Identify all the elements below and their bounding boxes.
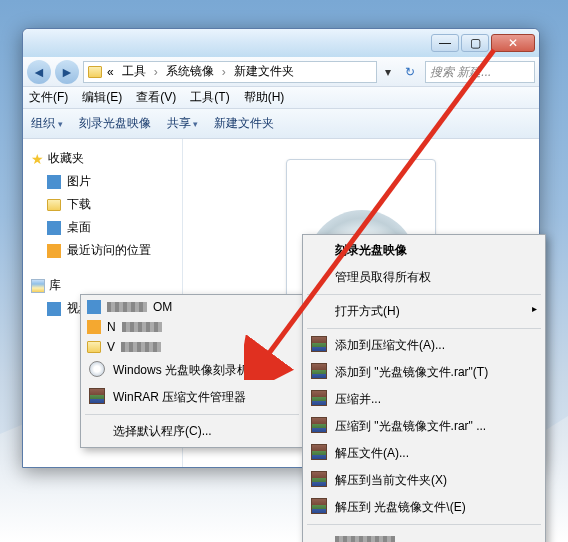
menu-file[interactable]: 文件(F) xyxy=(29,89,68,106)
context-add-rar[interactable]: 添加到 "光盘镜像文件.rar"(T) xyxy=(305,359,543,386)
burn-button[interactable]: 刻录光盘映像 xyxy=(79,115,151,132)
back-button[interactable]: ◄ xyxy=(27,60,51,84)
search-input[interactable]: 搜索 新建... xyxy=(425,61,535,83)
winrar-icon xyxy=(311,444,327,460)
context-burn-image[interactable]: 刻录光盘映像 xyxy=(305,237,543,264)
sidebar-item-downloads[interactable]: 下载 xyxy=(27,193,178,216)
app-label-suffix: OM xyxy=(153,300,172,314)
sidebar-item-label: 图片 xyxy=(67,173,91,190)
open-with-submenu: OM N V Windows 光盘映像刻录机 WinRAR 压缩文件管理器 选择… xyxy=(80,294,304,448)
menu-help[interactable]: 帮助(H) xyxy=(244,89,285,106)
menu-item-label: 添加到压缩文件(A)... xyxy=(335,338,445,352)
breadcrumb-sep: › xyxy=(219,65,229,79)
censored-text xyxy=(121,342,161,352)
menu-separator xyxy=(307,524,541,525)
app-label-prefix: V xyxy=(107,340,115,354)
sidebar-item-recent[interactable]: 最近访问的位置 xyxy=(27,239,178,262)
navigation-bar: ◄ ► « 工具 › 系统镜像 › 新建文件夹 ▾ ↻ 搜索 新建... xyxy=(23,57,539,87)
winrar-icon xyxy=(311,390,327,406)
forward-button[interactable]: ► xyxy=(55,60,79,84)
app-row: N xyxy=(83,317,301,337)
sidebar-item-label: 最近访问的位置 xyxy=(67,242,151,259)
app-icon xyxy=(87,300,101,314)
context-open-with[interactable]: 打开方式(H) xyxy=(305,298,543,325)
pictures-icon xyxy=(47,175,61,189)
breadcrumb-item[interactable]: 系统镜像 xyxy=(163,63,217,80)
breadcrumb[interactable]: « 工具 › 系统镜像 › 新建文件夹 xyxy=(83,61,377,83)
breadcrumb-item[interactable]: 新建文件夹 xyxy=(231,63,297,80)
context-censored-item[interactable] xyxy=(305,528,543,542)
menu-item-label: 解压到 光盘镜像文件\(E) xyxy=(335,500,466,514)
context-compress-to-rar[interactable]: 压缩到 "光盘镜像文件.rar" ... xyxy=(305,413,543,440)
refresh-button[interactable]: ↻ xyxy=(399,61,421,83)
app-icon xyxy=(87,341,101,353)
star-icon: ★ xyxy=(31,151,44,167)
menu-separator xyxy=(85,414,299,415)
favorites-label: 收藏夹 xyxy=(48,150,84,167)
menu-item-label: 添加到 "光盘镜像文件.rar"(T) xyxy=(335,365,488,379)
burner-icon xyxy=(89,361,105,377)
menu-edit[interactable]: 编辑(E) xyxy=(82,89,122,106)
winrar-icon xyxy=(311,471,327,487)
winrar-icon xyxy=(311,336,327,352)
winrar-icon xyxy=(311,417,327,433)
share-button[interactable]: 共享 xyxy=(167,115,199,132)
winrar-icon xyxy=(311,498,327,514)
censored-text xyxy=(122,322,162,332)
menu-separator xyxy=(307,294,541,295)
toolbar: 组织 刻录光盘映像 共享 新建文件夹 xyxy=(23,109,539,139)
context-extract-here[interactable]: 解压到当前文件夹(X) xyxy=(305,467,543,494)
folder-icon xyxy=(47,199,61,211)
menu-item-label: Windows 光盘映像刻录机 xyxy=(113,363,249,377)
context-admin-ownership[interactable]: 管理员取得所有权 xyxy=(305,264,543,291)
winrar-icon xyxy=(89,388,105,404)
app-icon xyxy=(87,320,101,334)
context-extract[interactable]: 解压文件(A)... xyxy=(305,440,543,467)
menu-item-label: 压缩并... xyxy=(335,392,381,406)
dropdown-icon[interactable]: ▾ xyxy=(381,65,395,79)
app-label-prefix: N xyxy=(107,320,116,334)
desktop-icon xyxy=(47,221,61,235)
context-add-archive[interactable]: 添加到压缩文件(A)... xyxy=(305,332,543,359)
minimize-button[interactable]: — xyxy=(431,34,459,52)
breadcrumb-sep: › xyxy=(151,65,161,79)
sidebar-item-label: 桌面 xyxy=(67,219,91,236)
context-extract-to[interactable]: 解压到 光盘镜像文件\(E) xyxy=(305,494,543,521)
sidebar-item-label: 下载 xyxy=(67,196,91,213)
library-icon xyxy=(31,279,45,293)
menu-item-label: 压缩到 "光盘镜像文件.rar" ... xyxy=(335,419,486,433)
sidebar-item-pictures[interactable]: 图片 xyxy=(27,170,178,193)
context-menu: 刻录光盘映像 管理员取得所有权 打开方式(H) 添加到压缩文件(A)... 添加… xyxy=(302,234,546,542)
app-row: V xyxy=(83,337,301,357)
breadcrumb-item[interactable]: 工具 xyxy=(119,63,149,80)
organize-button[interactable]: 组织 xyxy=(31,115,63,132)
new-folder-button[interactable]: 新建文件夹 xyxy=(214,115,274,132)
sidebar-favorites[interactable]: ★ 收藏夹 xyxy=(27,147,178,170)
menu-separator xyxy=(307,328,541,329)
recent-icon xyxy=(47,244,61,258)
censored-text xyxy=(107,302,147,312)
open-with-windows-burner[interactable]: Windows 光盘映像刻录机 xyxy=(83,357,301,384)
close-button[interactable]: ✕ xyxy=(491,34,535,52)
menu-item-label: 解压文件(A)... xyxy=(335,446,409,460)
menu-view[interactable]: 查看(V) xyxy=(136,89,176,106)
menu-item-label: WinRAR 压缩文件管理器 xyxy=(113,390,246,404)
titlebar: — ▢ ✕ xyxy=(23,29,539,57)
libraries-label: 库 xyxy=(49,277,61,294)
censored-text xyxy=(335,536,395,542)
menu-bar: 文件(F) 编辑(E) 查看(V) 工具(T) 帮助(H) xyxy=(23,87,539,109)
open-with-winrar[interactable]: WinRAR 压缩文件管理器 xyxy=(83,384,301,411)
folder-icon xyxy=(88,66,102,78)
sidebar-item-desktop[interactable]: 桌面 xyxy=(27,216,178,239)
context-compress-mail[interactable]: 压缩并... xyxy=(305,386,543,413)
menu-tools[interactable]: 工具(T) xyxy=(190,89,229,106)
choose-default-program[interactable]: 选择默认程序(C)... xyxy=(83,418,301,445)
app-row: OM xyxy=(83,297,301,317)
videos-icon xyxy=(47,302,61,316)
breadcrumb-root[interactable]: « xyxy=(104,65,117,79)
menu-item-label: 解压到当前文件夹(X) xyxy=(335,473,447,487)
maximize-button[interactable]: ▢ xyxy=(461,34,489,52)
winrar-icon xyxy=(311,363,327,379)
